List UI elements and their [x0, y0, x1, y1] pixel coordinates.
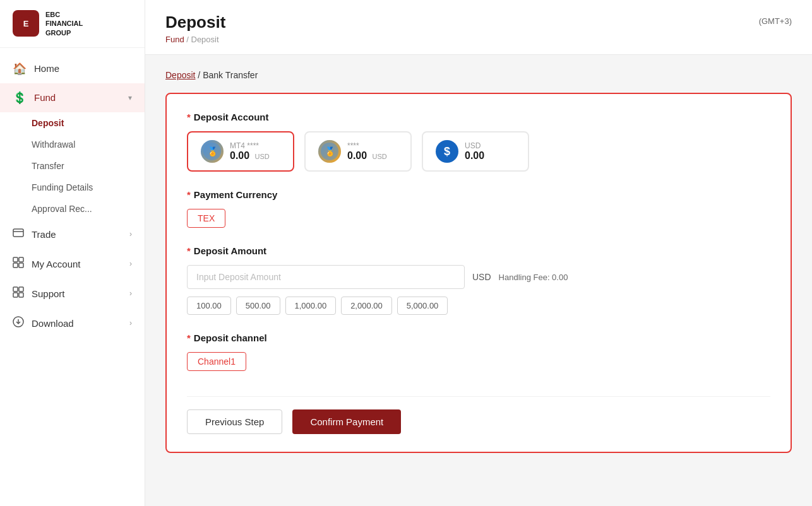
sidebar-item-deposit[interactable]: Deposit	[32, 112, 145, 134]
amount-row: USD Handling Fee: 0.00	[187, 265, 770, 289]
download-icon	[13, 316, 24, 331]
quick-amount-5000[interactable]: 5,000.00	[397, 297, 448, 315]
handling-fee-label: Handling Fee: 0.00	[499, 273, 568, 282]
breadcrumb-secondary: Deposit / Bank Transfer	[165, 70, 792, 80]
svg-rect-5	[19, 257, 23, 262]
home-icon: 🏠	[13, 62, 27, 76]
breadcrumb-deposit-link[interactable]: Deposit	[165, 70, 195, 80]
quick-amount-2000[interactable]: 2,000.00	[341, 297, 392, 315]
deposit-amount-label: * Deposit Amount	[187, 245, 770, 256]
sidebar-item-trade-label: Trade	[32, 229, 56, 240]
breadcrumb-top: Fund / Deposit	[165, 35, 225, 44]
previous-step-button[interactable]: Previous Step	[187, 409, 282, 434]
fund-subnav: Deposit Withdrawal Transfer Funding Deta…	[0, 112, 145, 220]
breadcrumb-sep: / Bank Transfer	[198, 70, 258, 80]
sidebar-item-support[interactable]: Support ›	[0, 279, 145, 309]
trade-arrow-icon: ›	[129, 230, 132, 238]
account-icon-1: 🏅	[201, 140, 224, 163]
svg-rect-10	[13, 293, 18, 297]
svg-rect-4	[13, 257, 18, 262]
account-info-1: MT4 **** 0.00 USD	[230, 141, 270, 162]
support-arrow-icon: ›	[129, 289, 132, 298]
account-cards: 🏅 MT4 **** 0.00 USD	[187, 131, 770, 172]
deposit-amount-input[interactable]	[187, 265, 465, 289]
sidebar-item-withdrawal[interactable]: Withdrawal	[32, 134, 145, 155]
svg-rect-9	[19, 287, 23, 291]
account-card-3[interactable]: $ USD 0.00	[422, 131, 529, 172]
chevron-down-icon: ▾	[128, 93, 132, 102]
amount-currency-label: USD	[472, 272, 491, 282]
account-info-3: USD 0.00	[465, 141, 484, 162]
deposit-card: * Deposit Account 🏅 MT4 ****	[165, 93, 792, 453]
quick-amount-500[interactable]: 500.00	[236, 297, 280, 315]
main-body: Deposit / Bank Transfer * Deposit Accoun…	[145, 55, 812, 468]
svg-rect-7	[19, 263, 23, 268]
account-icon-dollar: $	[436, 140, 458, 163]
sidebar-item-fund-label: Fund	[34, 92, 56, 103]
download-arrow-icon: ›	[129, 319, 132, 327]
my-account-icon	[13, 257, 24, 271]
timezone-label: (GMT+3)	[759, 13, 792, 26]
payment-currency-label: * Payment Currency	[187, 189, 770, 200]
quick-amount-100[interactable]: 100.00	[187, 297, 231, 315]
fund-icon: 💲	[13, 91, 27, 105]
amount-input-wrap	[187, 265, 465, 289]
sidebar-item-fund[interactable]: 💲 Fund ▾	[0, 83, 145, 112]
svg-text:🏅: 🏅	[325, 146, 336, 157]
sidebar-item-download-label: Download	[32, 318, 74, 329]
support-icon	[13, 286, 24, 301]
svg-rect-11	[19, 293, 23, 297]
page-title: Deposit	[165, 13, 225, 32]
account-card-2[interactable]: 🏅 **** 0.00 USD	[304, 131, 412, 172]
sidebar-item-my-account[interactable]: My Account ›	[0, 249, 145, 279]
sidebar-item-download[interactable]: Download ›	[0, 309, 145, 338]
svg-text:🏅: 🏅	[207, 146, 218, 157]
my-account-arrow-icon: ›	[129, 259, 132, 268]
page-header: Deposit Fund / Deposit (GMT+3)	[145, 0, 812, 55]
deposit-channel-label: * Deposit channel	[187, 332, 770, 343]
sidebar-item-transfer[interactable]: Transfer	[32, 155, 145, 177]
quick-amount-1000[interactable]: 1,000.00	[285, 297, 337, 315]
sidebar-item-trade[interactable]: Trade ›	[0, 220, 145, 249]
payment-currency-tag[interactable]: TEX	[187, 209, 225, 228]
deposit-channel-tag[interactable]: Channel1	[187, 352, 246, 371]
svg-rect-8	[13, 287, 18, 291]
confirm-payment-button[interactable]: Confirm Payment	[292, 409, 401, 434]
account-info-2: **** 0.00 USD	[347, 141, 387, 162]
account-card-1[interactable]: 🏅 MT4 **** 0.00 USD	[187, 131, 294, 172]
account-icon-2: 🏅	[318, 140, 341, 163]
quick-amounts: 100.00 500.00 1,000.00 2,000.00 5,000.00	[187, 297, 770, 315]
svg-rect-6	[13, 263, 18, 268]
sidebar-item-my-account-label: My Account	[32, 259, 81, 269]
sidebar-nav: 🏠 Home 💲 Fund ▾ Deposit Withdrawal Trans…	[0, 48, 145, 506]
breadcrumb-fund-link[interactable]: Fund	[165, 35, 184, 44]
sidebar-item-home-label: Home	[34, 63, 59, 74]
sidebar-item-approval-rec[interactable]: Approval Rec...	[32, 198, 145, 220]
sidebar-item-funding-details[interactable]: Funding Details	[32, 177, 145, 198]
action-buttons: Previous Step Confirm Payment	[187, 396, 770, 434]
sidebar: E EBC FINANCIAL GROUP 🏠 Home 💲 Fund ▾ De…	[0, 0, 145, 506]
logo-icon: E	[13, 10, 39, 37]
trade-icon	[13, 227, 24, 242]
logo-area: E EBC FINANCIAL GROUP	[0, 0, 145, 48]
svg-text:E: E	[23, 19, 29, 28]
sidebar-item-home[interactable]: 🏠 Home	[0, 54, 145, 83]
main-content: Deposit Fund / Deposit (GMT+3) Deposit /…	[145, 0, 812, 506]
svg-rect-2	[13, 229, 23, 237]
logo-text: EBC FINANCIAL GROUP	[45, 10, 83, 37]
sidebar-item-support-label: Support	[32, 288, 65, 299]
deposit-account-label: * Deposit Account	[187, 112, 770, 122]
